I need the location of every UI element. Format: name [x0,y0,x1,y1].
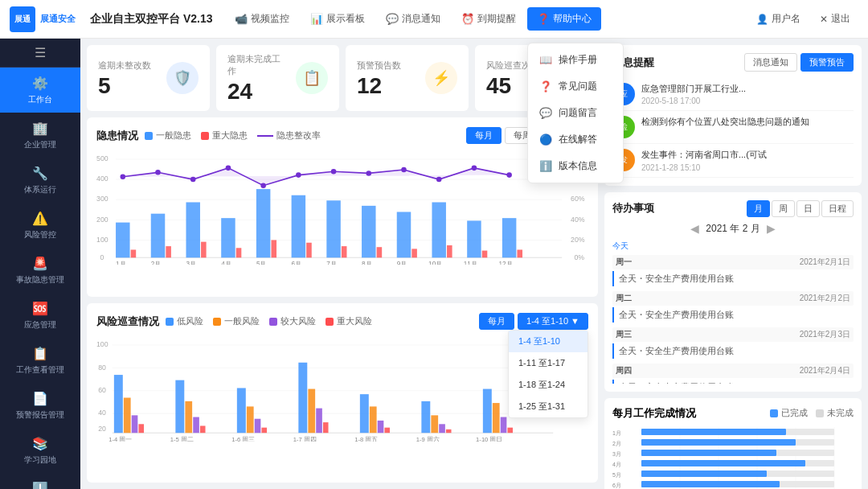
svg-point-42 [121,175,126,180]
todo-day-header-3: 周三 2021年2月3日 [612,327,854,342]
legend-done-label: 已完成 [781,407,808,419]
help-feedback[interactable]: 💬 问题留言 [528,100,623,126]
todo-day-date-4: 2021年2月4日 [800,365,850,376]
todo-tab-week[interactable]: 周 [772,200,795,217]
svg-rect-88 [298,363,307,433]
risk-period-btn[interactable]: 1-4 至1-10 ▼ [518,313,588,330]
period-option-4[interactable]: 1-25 至1-31 [509,396,588,417]
todo-tab-schedule[interactable]: 日程 [821,200,854,217]
stat-icon-3: ⚡ [425,62,457,94]
svg-text:40%: 40% [571,216,585,224]
msg-text-1: 应急管理部门开展工行业... [641,83,746,95]
feedback-icon: 💬 [539,107,552,119]
sidebar-item-workbench[interactable]: ⚙️ 工作台 [0,68,80,113]
help-manual[interactable]: 📖 操作手册 [528,47,623,73]
svg-rect-22 [186,202,199,257]
svg-text:1月: 1月 [116,261,126,265]
hidden-month-btn[interactable]: 每月 [466,127,502,144]
help-online[interactable]: 🔵 在线解答 [528,126,623,153]
todo-day-date-3: 2021年2月3日 [800,329,850,340]
svg-rect-29 [306,243,312,258]
todo-day-label-3: 周三 [616,329,632,340]
msg-content-3: 发生事件：河南省周口市...(可试 2021-1-28 15:10 [641,149,767,171]
content-left: 逾期未整改数 5 🛡️ 逾期未完成工作 24 📋 预警预告数 12 [87,45,598,483]
sidebar-item-enterprise[interactable]: 🏢 企业管理 [0,113,80,158]
logo-icon: 展通 [10,6,35,32]
period-option-3[interactable]: 1-18 至1-24 [509,374,588,396]
legend-rate-label: 隐患整改率 [276,129,321,142]
svg-text:0: 0 [100,253,104,261]
stat-label-1: 逾期未整改数 [98,60,158,72]
svg-text:1-8 周五: 1-8 周五 [354,436,378,442]
todo-event-2: 全天・安全生产费用使用台账 [612,307,854,323]
todo-panel: 待办事项 月 周 日 日程 ◀ 2021 年 2 月 ▶ 今天 [604,192,862,392]
tab-board[interactable]: 📊展示看板 [301,7,375,31]
legend-low-label: 低风险 [177,315,203,327]
svg-text:7月: 7月 [326,261,337,265]
faq-icon: ❓ [539,80,552,92]
svg-rect-82 [193,417,199,434]
risk-month-btn[interactable]: 每月 [479,313,514,330]
svg-rect-18 [116,223,129,258]
todo-day-label-2: 周二 [616,293,632,304]
sidebar-item-report[interactable]: 📄 预警报告管理 [0,383,80,428]
svg-text:100: 100 [96,236,108,244]
svg-text:8月: 8月 [362,261,372,265]
svg-rect-33 [377,247,383,257]
sidebar-item-risk[interactable]: ⚠️ 风险管控 [0,203,80,248]
risk-period-dropdown: 1-4 至1-10 ▼ 1-4 至1-10 1-11 至1-17 1-18 至1… [518,313,588,330]
legend-risk-major-label: 较大风险 [280,315,316,327]
help-faq[interactable]: ❓ 常见问题 [528,73,623,100]
today-label: 今天 [612,240,854,252]
risk-dropdown-menu: 1-4 至1-10 1-11 至1-17 1-18 至1-24 1-25 至1-… [508,330,588,418]
todo-title: 待办事项 [612,201,654,216]
legend-done: 已完成 [770,407,808,419]
tab-help[interactable]: ❓帮助中心 📖 操作手册 ❓ 常见问题 💬 问题留言 🔵 在线解答 [527,7,601,31]
svg-rect-32 [362,206,375,257]
report-label: 预警报告管理 [16,409,64,420]
svg-rect-103 [507,428,513,434]
msg-time-3: 2021-1-28 15:10 [641,163,767,172]
user-btn[interactable]: 👤用户名 [748,8,809,30]
svg-point-53 [506,172,512,178]
svg-text:20: 20 [98,425,106,433]
tab-message[interactable]: 💬消息通知 [376,7,450,31]
todo-tab-day[interactable]: 日 [796,200,820,217]
cal-prev[interactable]: ◀ [690,222,699,235]
svg-rect-26 [256,189,270,257]
warning-btn[interactable]: 预警预告 [800,53,854,72]
sidebar-item-worklist[interactable]: 📋 工作查看管理 [0,338,80,383]
svg-rect-93 [370,406,377,433]
svg-rect-36 [432,202,445,257]
legend-risk-general-dot [213,318,221,326]
exit-btn[interactable]: ✕退出 [812,8,858,30]
period-option-1[interactable]: 1-4 至1-10 [509,331,588,352]
help-version[interactable]: ℹ️ 版本信息 [528,153,623,179]
enterprise-icon: 🏢 [32,121,48,136]
svg-point-43 [155,170,161,175]
risk-chart-title: 风险巡查情况 [96,314,159,329]
svg-rect-85 [247,406,254,433]
todo-tab-month[interactable]: 月 [747,200,770,217]
tab-remind[interactable]: ⏰到期提醒 [452,7,526,31]
period-option-2[interactable]: 1-11 至1-17 [509,352,588,374]
svg-rect-125 [786,429,834,435]
sidebar-item-emergency[interactable]: 🆘 应急管理 [0,293,80,338]
sidebar-item-export[interactable]: ⬇️ 导出文件下载 [0,473,80,489]
sidebar-item-accident[interactable]: 🚨 事故隐患管理 [0,248,80,293]
legend-done-dot [770,409,778,417]
cal-next[interactable]: ▶ [767,222,776,235]
svg-rect-127 [641,439,796,446]
svg-rect-20 [151,214,165,258]
stat-info-2: 逾期未完成工作 24 [227,53,288,103]
tab-video[interactable]: 📹视频监控 [225,7,299,31]
monthly-panel: 每月工作完成情况 已完成 未完成 0 [604,398,862,489]
sidebar-item-system[interactable]: 🔧 体系运行 [0,158,80,203]
notify-btn[interactable]: 消息通知 [744,53,797,72]
todo-day-label-1: 周一 [616,257,632,268]
workbench-label: 工作台 [28,94,52,105]
stat-icon-1: 🛡️ [166,62,199,94]
menu-toggle[interactable]: ☰ [0,39,80,68]
sidebar-item-study[interactable]: 📚 学习园地 [0,428,80,473]
worklist-label: 工作查看管理 [16,364,64,375]
